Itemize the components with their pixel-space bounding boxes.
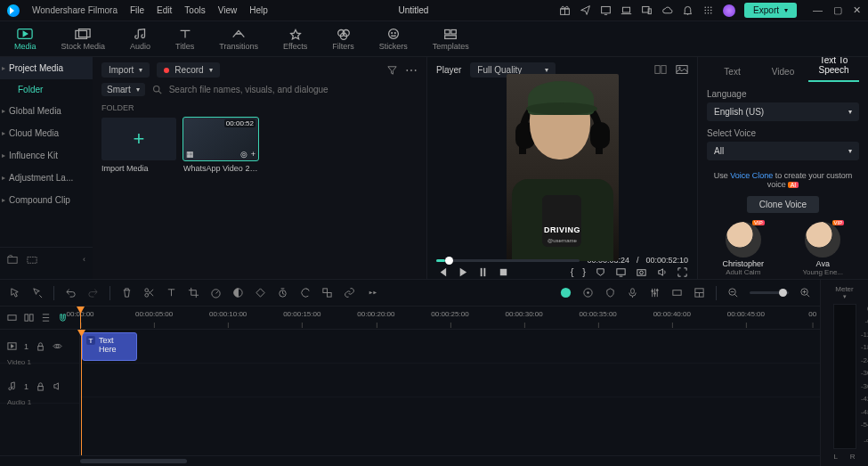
new-folder-icon[interactable]: [7, 254, 18, 265]
zoom-in-icon[interactable]: [799, 287, 811, 298]
import-media-card[interactable]: + Import Media: [101, 118, 176, 173]
voice-christopher[interactable]: VIPChristopherAdult Calm: [707, 222, 780, 276]
keyframe-icon[interactable]: [255, 287, 266, 298]
video-track[interactable]: TText Here: [80, 330, 820, 364]
record-dropdown[interactable]: Record▾: [157, 62, 219, 78]
export-button[interactable]: Export▾: [744, 3, 797, 18]
sidebar-sub-folder[interactable]: Folder: [0, 79, 93, 100]
fullscreen-icon[interactable]: [677, 266, 688, 278]
display-icon[interactable]: [615, 266, 627, 278]
sidebar-item-influence[interactable]: ▸Influence Kit: [0, 144, 93, 167]
tab-stickers[interactable]: Stickers: [376, 26, 411, 53]
laptop-icon[interactable]: [621, 4, 632, 16]
send-icon[interactable]: [580, 4, 591, 16]
timeline-scrollbar[interactable]: [0, 455, 820, 466]
ruler[interactable]: 00:00:00 00:00:05:00 00:00:10:00 00:00:1…: [80, 307, 820, 329]
tab-stock[interactable]: Stock Media: [58, 26, 110, 53]
new-bin-icon[interactable]: [27, 254, 37, 265]
voice-select[interactable]: All▾: [707, 142, 859, 160]
tab-media[interactable]: Media: [11, 26, 40, 53]
text-clip[interactable]: TText Here: [82, 332, 137, 361]
rtab-video[interactable]: Video: [758, 67, 808, 82]
tl-mode1-icon[interactable]: [7, 313, 17, 323]
sidebar-item-adjustment[interactable]: ▸Adjustment La...: [0, 167, 93, 189]
search-input[interactable]: [169, 85, 418, 94]
brace-right-icon[interactable]: }: [582, 266, 586, 278]
menu-view[interactable]: View: [218, 5, 238, 15]
tab-templates[interactable]: Templates: [429, 26, 473, 53]
select-icon[interactable]: [31, 287, 43, 298]
speed-icon[interactable]: [210, 287, 222, 298]
tl-mode2-icon[interactable]: [24, 313, 34, 323]
minimize-icon[interactable]: —: [813, 4, 823, 16]
markers-icon[interactable]: [595, 266, 606, 278]
rtab-text[interactable]: Text: [707, 67, 758, 82]
voice-clone-link[interactable]: Voice Clone: [730, 171, 773, 180]
redo-icon[interactable]: [87, 287, 99, 298]
ratio-icon[interactable]: [671, 287, 683, 298]
maximize-icon[interactable]: ▢: [833, 4, 842, 16]
pointer-icon[interactable]: [9, 287, 20, 298]
media-clip-card[interactable]: 00:00:52 ▦ ◎ + WhatsApp Video 2024...: [183, 118, 258, 173]
tab-transitions[interactable]: Transitions: [215, 26, 262, 53]
apps-icon[interactable]: [702, 4, 714, 16]
reverse-icon[interactable]: [299, 287, 311, 298]
tab-effects[interactable]: Effects: [280, 26, 311, 53]
sidebar-item-global[interactable]: ▸Global Media: [0, 100, 93, 122]
sidebar-item-project[interactable]: ▸Project Media: [0, 57, 93, 79]
sidebar-item-compound[interactable]: ▸Compound Clip: [0, 189, 93, 211]
mixer-icon[interactable]: [649, 287, 661, 298]
play-icon[interactable]: [457, 266, 468, 278]
clip-add-icon[interactable]: +: [251, 150, 256, 159]
screen-icon[interactable]: [600, 4, 612, 16]
devices-icon[interactable]: [641, 4, 653, 16]
more-icon[interactable]: ⋯: [405, 63, 418, 78]
ai-icon[interactable]: [560, 287, 572, 298]
shield-icon[interactable]: [604, 287, 616, 298]
picture-icon[interactable]: [676, 64, 688, 75]
compare-icon[interactable]: [654, 64, 667, 75]
sidebar-item-cloud[interactable]: ▸Cloud Media: [0, 122, 93, 144]
delete-icon[interactable]: [121, 287, 133, 298]
mic-icon[interactable]: [627, 287, 638, 298]
undo-icon[interactable]: [65, 287, 77, 298]
text-icon[interactable]: [166, 287, 177, 298]
language-select[interactable]: English (US)▾: [707, 102, 859, 121]
menu-edit[interactable]: Edit: [157, 5, 172, 15]
menu-help[interactable]: Help: [249, 5, 268, 15]
crop-icon[interactable]: [188, 287, 199, 298]
playhead[interactable]: [80, 307, 81, 329]
scrub-bar[interactable]: [436, 259, 580, 262]
collapse-icon[interactable]: ‹: [83, 255, 85, 264]
link-icon[interactable]: [344, 287, 355, 298]
snapshot-icon[interactable]: [636, 266, 647, 278]
lock-icon[interactable]: [36, 341, 45, 351]
video-preview[interactable]: DRIVING @username: [507, 74, 619, 261]
eye-icon[interactable]: [53, 341, 62, 351]
color-icon[interactable]: [232, 287, 244, 298]
group-icon[interactable]: [321, 287, 333, 298]
tl-mode3-icon[interactable]: [41, 313, 51, 323]
marker-icon[interactable]: [582, 287, 594, 298]
clip-target-icon[interactable]: ◎: [240, 150, 247, 159]
zoom-slider[interactable]: [750, 291, 789, 294]
timer-icon[interactable]: [277, 287, 288, 298]
rtab-tts[interactable]: Text To Speech: [808, 57, 859, 82]
mute-icon[interactable]: [53, 381, 62, 391]
smart-dropdown[interactable]: Smart▾: [101, 83, 145, 96]
close-icon[interactable]: ✕: [853, 4, 861, 16]
volume-icon[interactable]: [656, 266, 668, 278]
user-avatar[interactable]: [723, 4, 735, 17]
prev-icon[interactable]: [436, 266, 448, 278]
voice-ava[interactable]: VIPAvaYoung Ene...: [787, 222, 860, 276]
split-icon[interactable]: [143, 287, 155, 298]
pause-icon[interactable]: [477, 266, 489, 278]
clip-grid-icon[interactable]: ▦: [186, 150, 194, 159]
gift-icon[interactable]: [559, 4, 571, 16]
layout-icon[interactable]: [694, 287, 705, 298]
lock2-icon[interactable]: [36, 381, 45, 391]
import-dropdown[interactable]: Import▾: [101, 62, 150, 78]
cloud-icon[interactable]: [661, 4, 673, 16]
filter-icon[interactable]: [386, 64, 398, 76]
tab-filters[interactable]: Filters: [329, 26, 358, 53]
